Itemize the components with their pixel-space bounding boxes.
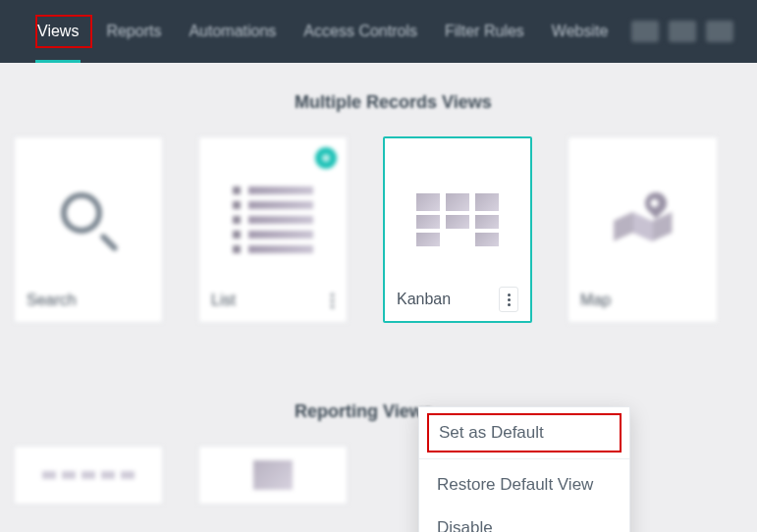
menu-separator — [419, 458, 629, 459]
nav-tabs: Views Reports Automations Access Control… — [24, 0, 622, 63]
viewmode-icon-2[interactable] — [669, 21, 696, 42]
views-card-row: Search List — [0, 136, 757, 323]
tab-views[interactable]: Views — [24, 0, 92, 63]
tab-website[interactable]: Website — [538, 0, 622, 63]
default-badge-icon — [315, 147, 337, 169]
reporting-card-1[interactable] — [14, 446, 163, 505]
more-icon[interactable] — [331, 293, 335, 308]
view-card-label: Search — [27, 289, 150, 312]
section-title-multiple: Multiple Records Views — [295, 92, 757, 113]
topbar-right-icons — [631, 21, 733, 42]
view-card-map-label: Map — [580, 292, 611, 309]
menu-restore-default[interactable]: Restore Default View — [419, 463, 629, 506]
top-nav-bar: Views Reports Automations Access Control… — [0, 0, 757, 63]
view-card-kanban[interactable]: Kanban — [383, 136, 532, 323]
map-icon — [580, 151, 705, 289]
menu-set-default[interactable]: Set as Default — [427, 413, 622, 452]
reporting-card-row — [0, 446, 757, 505]
view-card-label: Kanban — [397, 288, 518, 311]
view-card-search[interactable]: Search — [14, 136, 163, 323]
kanban-context-menu: Set as Default Restore Default View Disa… — [418, 406, 630, 532]
content-area: Multiple Records Views Search — [0, 63, 757, 505]
menu-disable[interactable]: Disable — [419, 506, 629, 532]
view-card-search-label: Search — [27, 292, 77, 309]
view-card-map[interactable]: Map — [568, 136, 717, 323]
view-card-list-label: List — [211, 292, 236, 309]
tab-reports[interactable]: Reports — [92, 0, 175, 63]
view-card-label: Map — [580, 289, 705, 312]
list-icon — [211, 151, 335, 289]
viewmode-icon-3[interactable] — [706, 21, 733, 42]
view-card-list[interactable]: List — [198, 136, 348, 323]
tab-filter-rules[interactable]: Filter Rules — [431, 0, 538, 63]
kanban-icon — [397, 152, 518, 288]
reporting-card-2[interactable] — [198, 446, 348, 505]
kanban-more-button[interactable] — [499, 287, 518, 312]
tab-access-controls[interactable]: Access Controls — [290, 0, 431, 63]
view-card-label: List — [211, 289, 335, 312]
search-icon — [27, 151, 150, 289]
viewmode-icon-1[interactable] — [631, 21, 659, 42]
view-card-kanban-label: Kanban — [397, 291, 451, 308]
tab-automations[interactable]: Automations — [175, 0, 290, 63]
